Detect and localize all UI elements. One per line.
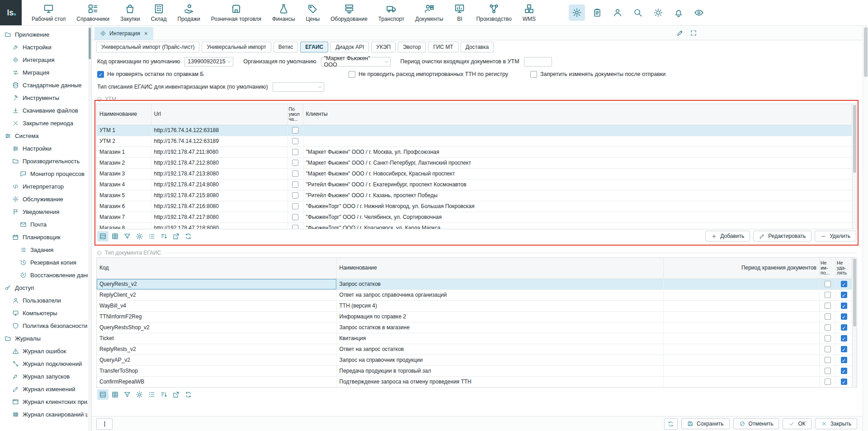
add-button[interactable]: Добавить <box>705 231 750 242</box>
not_import-checkbox[interactable] <box>825 303 831 309</box>
export-button[interactable] <box>170 231 182 242</box>
table-row[interactable]: Магазин 6http://192.178.47.216:8080"Фьюж… <box>97 201 852 212</box>
table-row[interactable]: TTNInformF2RegИнформация по справке 2 <box>97 311 852 322</box>
sidebar-item-computers[interactable]: Компьютеры <box>0 307 88 319</box>
sidebar-item-maintenance[interactable]: Обслуживание <box>0 193 88 205</box>
app-logo[interactable]: ls <box>0 0 22 25</box>
table-row[interactable]: УТМ 2http://176.74.14.122:63189 <box>97 136 852 147</box>
subtab-universal-import-pricelist[interactable]: Универсальный импорт (Прайс-лист) <box>96 42 199 52</box>
module-warehouse[interactable]: Склад <box>146 0 172 25</box>
default-checkbox[interactable] <box>292 171 298 177</box>
row-layout-button[interactable] <box>97 231 108 242</box>
subtab-egais[interactable]: ЕГАИС <box>300 42 328 52</box>
delete-button[interactable]: Удалить <box>815 231 856 242</box>
sidebar-item-period-closing[interactable]: Закрытие периода <box>0 117 88 129</box>
fullscreen-button[interactable] <box>690 29 697 37</box>
default-checkbox[interactable] <box>292 160 298 166</box>
default-checkbox[interactable] <box>292 225 298 229</box>
scrollbar-thumb[interactable] <box>864 27 868 77</box>
utm-cleanup-input[interactable] <box>524 57 552 66</box>
writeoff-type-select[interactable] <box>273 82 324 92</box>
table-row[interactable]: TicketКвитанция <box>97 333 852 344</box>
column-header-default[interactable]: По умол ча... <box>288 104 303 125</box>
sidebar-item-client-app-log[interactable]: Журнал клиентских приложений <box>0 395 88 408</box>
not_delete-checkbox[interactable] <box>841 379 847 385</box>
sidebar-item-access[interactable]: Доступ <box>0 281 88 294</box>
not_import-checkbox[interactable] <box>825 335 831 341</box>
sidebar-item-file-download[interactable]: Скачивание файлов <box>0 104 88 117</box>
sidebar-item-notifications[interactable]: Уведомления <box>0 205 88 218</box>
sidebar-item-tools[interactable]: Инструменты <box>0 91 88 104</box>
default-checkbox[interactable] <box>292 203 298 209</box>
module-bi[interactable]: BI <box>448 0 471 25</box>
subtab-dostavka[interactable]: Доставка <box>461 42 494 52</box>
not_import-checkbox[interactable] <box>825 324 831 331</box>
grid-settings-button[interactable] <box>134 389 145 400</box>
sidebar-item-app-settings[interactable]: Настройки <box>0 41 88 53</box>
collapse-icon[interactable] <box>96 250 102 256</box>
not_delete-checkbox[interactable] <box>841 313 847 320</box>
default-checkbox[interactable] <box>292 192 298 199</box>
default-checkbox[interactable] <box>292 138 298 144</box>
module-desktop[interactable]: Рабочий стол <box>26 0 71 25</box>
egais-table-scrollbar[interactable] <box>852 258 857 387</box>
table-row[interactable]: ReplyRests_v2Ответ на запрос остатков <box>97 344 852 355</box>
column-header-name[interactable]: Наименование <box>336 258 664 279</box>
not_import-checkbox[interactable] <box>825 379 831 385</box>
subtab-universal-import[interactable]: Универсальный импорт <box>202 42 271 52</box>
filter-button[interactable] <box>122 231 133 242</box>
checkbox[interactable] <box>97 71 104 78</box>
module-finance[interactable]: Финансы <box>267 0 300 25</box>
sidebar-item-launch-log[interactable]: Журнал запусков <box>0 370 88 383</box>
row-layout-button[interactable] <box>97 389 108 400</box>
table-row[interactable]: Магазин 2http://192.178.47.212:8080"Марк… <box>97 157 852 168</box>
appearance-button[interactable] <box>650 5 666 21</box>
not_delete-checkbox[interactable] <box>841 357 847 363</box>
tab-close-icon[interactable]: × <box>144 30 148 37</box>
edit-button[interactable]: Редактировать <box>753 231 811 242</box>
not_delete-checkbox[interactable] <box>841 368 847 374</box>
scrollbar-thumb[interactable] <box>89 28 91 59</box>
subtab-ukep[interactable]: УКЭП <box>371 42 396 52</box>
table-row[interactable]: ConfirmRepealWBПодтверждение запроса на … <box>97 376 852 387</box>
sidebar-item-system-settings[interactable]: Настройки <box>0 142 88 155</box>
sidebar-item-tasks[interactable]: Задания <box>0 243 88 256</box>
reload-button[interactable] <box>183 389 194 400</box>
ok-button[interactable]: ОК <box>783 418 811 429</box>
sidebar-item-interpreter[interactable]: Интерпретатор <box>0 180 88 193</box>
sidebar-item-journals[interactable]: Журналы <box>0 332 88 345</box>
more-menu-button[interactable] <box>96 418 113 430</box>
module-production[interactable]: Производство <box>471 0 517 25</box>
column-header-name[interactable]: Наименование <box>97 104 151 125</box>
subtab-gis-mt[interactable]: ГИС МТ <box>428 42 458 52</box>
module-equipment[interactable]: Оборудование <box>325 0 373 25</box>
subtab-evotor[interactable]: Эвотор <box>398 42 426 52</box>
visibility-button[interactable] <box>691 5 707 21</box>
sidebar-item-application[interactable]: Приложение <box>0 28 88 41</box>
table-row[interactable]: WayBill_v4ТТН (версия 4) <box>97 300 852 311</box>
module-sales[interactable]: Продажи <box>172 0 206 25</box>
scrollbar-thumb[interactable] <box>853 259 856 327</box>
default-checkbox[interactable] <box>292 127 298 133</box>
close-button[interactable]: Закрыть <box>815 418 857 429</box>
not_delete-checkbox[interactable] <box>841 324 847 331</box>
sidebar-scrollbar[interactable] <box>88 26 91 431</box>
cancel-button[interactable]: Отменить <box>733 418 779 429</box>
subtab-vetis[interactable]: Ветис <box>274 42 298 52</box>
sidebar-item-scheduler[interactable]: Планировщик <box>0 231 88 243</box>
table-row[interactable]: TransferToShopПередача продукции в торго… <box>97 365 852 376</box>
no-modify-checkbox[interactable]: Запретить изменять документы после отпра… <box>530 71 665 78</box>
module-wms[interactable]: WMS <box>517 0 541 25</box>
table-row[interactable]: Магазин 1http://192.178.47.211:8080"Марк… <box>97 147 852 157</box>
not_delete-checkbox[interactable] <box>841 292 847 298</box>
utm-table-scrollbar[interactable] <box>852 104 857 229</box>
org-select[interactable]: "Маркет Фьюжен" ООО <box>321 57 391 66</box>
sidebar-item-users[interactable]: Пользователи <box>0 294 88 307</box>
default-checkbox[interactable] <box>292 214 298 220</box>
table-row[interactable]: QueryRests_v2Запрос остатков <box>97 279 852 289</box>
checkbox[interactable] <box>349 71 355 78</box>
sidebar-item-data-restore[interactable]: Восстановление данных <box>0 269 88 281</box>
sidebar-item-error-log[interactable]: Журнал ошибок <box>0 345 88 357</box>
default-checkbox[interactable] <box>292 149 298 155</box>
save-button[interactable]: Сохранить <box>681 418 730 429</box>
